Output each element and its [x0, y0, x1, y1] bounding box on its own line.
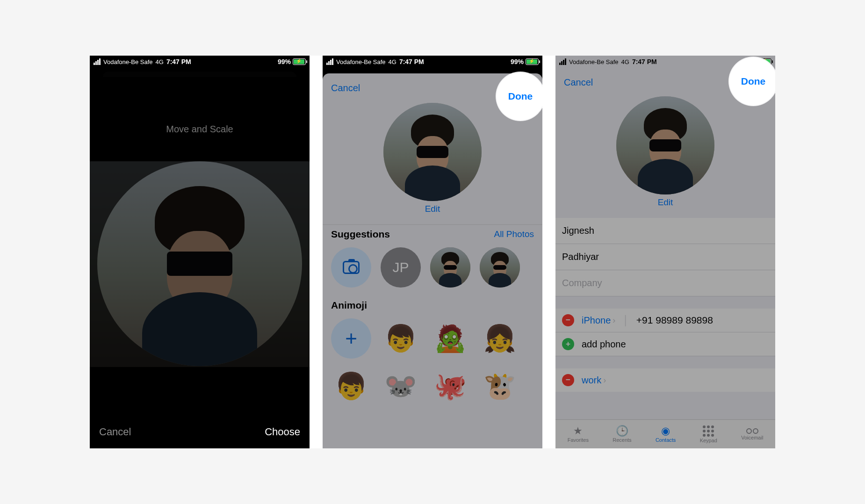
- add-phone-label: add phone: [582, 339, 626, 350]
- done-button[interactable]: Done: [497, 72, 542, 120]
- animoji-row-2: 👦 🐭 🐙 🐮: [323, 365, 542, 413]
- signal-icon: [94, 58, 101, 65]
- name-fields: Jignesh Padhiyar Company: [555, 218, 775, 296]
- cancel-button[interactable]: Cancel: [99, 426, 131, 438]
- suggestions-heading: Suggestions: [331, 229, 390, 240]
- status-carrier: Vodafone-Be Safe: [103, 58, 153, 65]
- photo-suggestion-1[interactable]: [430, 247, 470, 288]
- status-network: 4G: [621, 58, 629, 65]
- cancel-button[interactable]: Cancel: [331, 83, 360, 94]
- tab-recents[interactable]: 🕒 Recents: [613, 426, 631, 443]
- chevron-right-icon: ›: [603, 375, 606, 385]
- done-label: Done: [508, 91, 533, 102]
- animoji-option[interactable]: 👧: [480, 318, 520, 359]
- tab-voicemail[interactable]: Voicemail: [741, 428, 763, 440]
- add-phone-row[interactable]: + add phone: [555, 332, 775, 356]
- phone-row-iphone[interactable]: − iPhone › │ +91 98989 89898: [555, 309, 775, 332]
- battery-icon: ⚡: [526, 58, 539, 65]
- phone-label-picker[interactable]: iPhone ›: [582, 315, 615, 326]
- photo-suggestion-2[interactable]: [480, 247, 520, 288]
- tab-label: Keypad: [700, 438, 717, 443]
- battery-icon: ⚡: [293, 58, 306, 65]
- animoji-option[interactable]: 🐮: [480, 366, 520, 406]
- tab-keypad[interactable]: Keypad: [700, 425, 717, 443]
- status-time: 7:47 PM: [166, 58, 191, 65]
- chevron-right-icon: ›: [613, 316, 615, 325]
- choose-button[interactable]: Choose: [265, 426, 300, 438]
- screen-move-and-scale: Vodafone-Be Safe 4G 7:47 PM 99% ⚡ Move a…: [90, 56, 310, 448]
- tab-label: Recents: [613, 437, 631, 443]
- screen-edit-contact: Vodafone-Be Safe 4G 7:47 PM 99% ⚡ Cancel…: [555, 56, 775, 448]
- screenshot-row: Vodafone-Be Safe 4G 7:47 PM 99% ⚡ Move a…: [90, 56, 775, 448]
- status-time: 7:47 PM: [399, 58, 424, 65]
- clock-icon: 🕒: [616, 426, 628, 436]
- initials-option[interactable]: JP: [381, 247, 421, 288]
- remove-icon[interactable]: −: [562, 374, 574, 386]
- animoji-heading: Animoji: [331, 300, 367, 311]
- animoji-row-1: + 👦 🧟 👧: [323, 317, 542, 365]
- status-carrier: Vodafone-Be Safe: [569, 58, 619, 65]
- dim-overlay: [90, 56, 310, 448]
- phone-number-field[interactable]: +91 98989 89898: [636, 315, 713, 326]
- contact-icon: ◉: [661, 426, 670, 436]
- status-bar: Vodafone-Be Safe 4G 7:47 PM 99% ⚡: [323, 56, 542, 68]
- phone-label-picker[interactable]: work ›: [582, 375, 606, 386]
- keypad-icon: [703, 425, 714, 437]
- section-gap: [555, 356, 775, 368]
- camera-icon: [343, 261, 360, 274]
- tab-label: Voicemail: [741, 435, 763, 440]
- first-name-field[interactable]: Jignesh: [555, 218, 775, 244]
- all-photos-link[interactable]: All Photos: [494, 229, 534, 239]
- add-icon[interactable]: +: [562, 338, 574, 350]
- status-time: 7:47 PM: [632, 58, 657, 65]
- cancel-button[interactable]: Cancel: [564, 77, 593, 88]
- signal-icon: [559, 58, 566, 65]
- done-button[interactable]: Done: [729, 58, 775, 105]
- tab-favorites[interactable]: ★ Favorites: [568, 426, 589, 443]
- screen-photo-picker: Vodafone-Be Safe 4G 7:47 PM 99% ⚡ Cancel…: [323, 56, 542, 448]
- animoji-option[interactable]: 👦: [381, 318, 421, 359]
- status-network: 4G: [389, 58, 396, 65]
- remove-icon[interactable]: −: [562, 314, 574, 326]
- company-field[interactable]: Company: [555, 270, 775, 296]
- done-label: Done: [741, 76, 766, 87]
- status-battery-pct: 99%: [511, 58, 524, 65]
- tab-label: Favorites: [568, 437, 589, 443]
- edit-photo-link[interactable]: Edit: [555, 197, 775, 208]
- phone-row-work[interactable]: − work ›: [555, 368, 775, 392]
- camera-button[interactable]: [331, 247, 371, 288]
- animoji-option[interactable]: 🧟: [430, 318, 470, 359]
- last-name-field[interactable]: Padhiyar: [555, 244, 775, 270]
- tab-contacts[interactable]: ◉ Contacts: [656, 426, 676, 443]
- status-carrier: Vodafone-Be Safe: [336, 58, 386, 65]
- work-label-text: work: [582, 375, 601, 386]
- picker-sheet: Cancel Done Edit Suggestions All Photos …: [323, 73, 542, 448]
- section-gap: [555, 296, 775, 309]
- status-battery-pct: 99%: [278, 58, 291, 65]
- tab-label: Contacts: [656, 437, 676, 443]
- voicemail-icon: [746, 428, 758, 434]
- phone-label-text: iPhone: [582, 315, 611, 326]
- status-bar: Vodafone-Be Safe 4G 7:47 PM 99% ⚡: [90, 56, 310, 68]
- initials-text: JP: [392, 259, 409, 275]
- contact-avatar-large[interactable]: [616, 96, 714, 194]
- footer-actions: Cancel Choose: [90, 416, 310, 448]
- status-network: 4G: [156, 58, 164, 65]
- suggestions-row: JP: [323, 246, 542, 300]
- edit-photo-link[interactable]: Edit: [323, 204, 542, 214]
- signal-icon: [326, 58, 333, 65]
- contact-avatar-large[interactable]: [383, 103, 482, 201]
- animoji-option[interactable]: 🐭: [381, 366, 421, 406]
- animoji-option[interactable]: 👦: [331, 366, 371, 406]
- star-icon: ★: [573, 426, 583, 436]
- add-animoji-button[interactable]: +: [331, 318, 371, 359]
- tab-bar: ★ Favorites 🕒 Recents ◉ Contacts Keypad …: [555, 419, 775, 448]
- animoji-option[interactable]: 🐙: [430, 366, 470, 406]
